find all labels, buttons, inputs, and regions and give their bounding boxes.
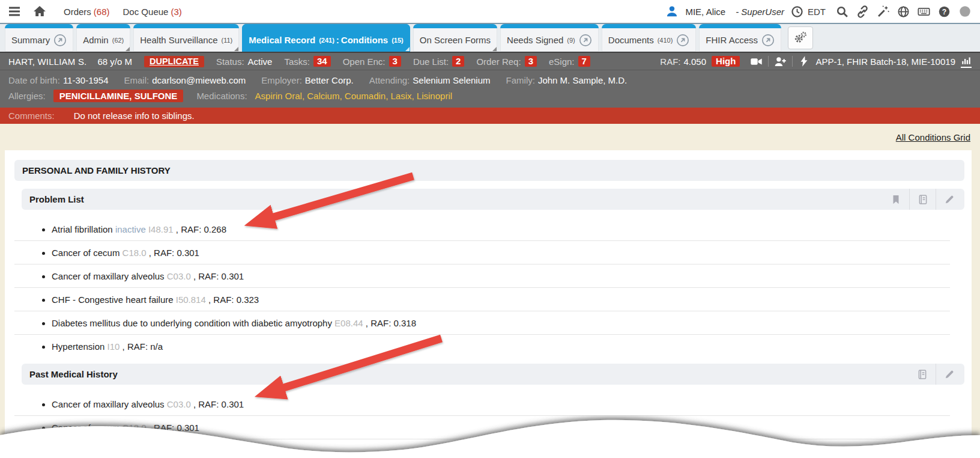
external-link-icon[interactable]: [53, 34, 67, 47]
condition-item[interactable]: Cancer of maxillary alveolus C03.0 , RAF…: [14, 392, 950, 416]
condition-raf: , RAF: n/a: [119, 341, 163, 352]
tab-needs-signed[interactable]: Needs Signed(9): [500, 24, 599, 52]
condition-name[interactable]: Diabetes mellitus due to underlying cond…: [52, 318, 334, 328]
comments-label: Comments:: [8, 111, 55, 121]
pencil-icon[interactable]: [936, 364, 962, 385]
help-icon[interactable]: ?: [938, 5, 951, 18]
demo-value: Better Corp.: [305, 75, 354, 85]
tab-settings-button[interactable]: [788, 26, 813, 49]
user-role: - SuperUser: [736, 7, 784, 17]
condition-item[interactable]: Cancer of cecum C18.0 , RAF: 0.301: [14, 241, 950, 264]
wand-icon[interactable]: [877, 5, 889, 18]
condition-raf: , RAF: 0.268: [174, 224, 226, 234]
condition-item[interactable]: CHF - Congestive heart failure I50.814 ,…: [14, 288, 950, 311]
stat-count-badge[interactable]: 3: [389, 56, 401, 67]
user-icon: [665, 5, 679, 18]
divider: [768, 56, 769, 67]
all-conditions-grid-link[interactable]: All Conditions Grid: [896, 132, 970, 142]
demo-field-attending: Attending:Selenium Selenium: [369, 75, 491, 85]
external-link-icon[interactable]: [676, 34, 689, 47]
patient-stat-due-list: Due List:2: [413, 56, 465, 67]
tab-stripe: [242, 24, 410, 28]
condition-item[interactable]: Cancer of maxillary alveolus C03.0 , RAF…: [14, 264, 950, 288]
condition-item[interactable]: Diabetes mellitus due to underlying cond…: [14, 311, 950, 335]
tab-fhir-access[interactable]: FHIR Access: [699, 24, 781, 52]
tab-bar: SummaryAdmin(62)Health Surveillance(11)M…: [0, 24, 980, 52]
duplicate-flag[interactable]: DUPLICATE: [144, 56, 204, 67]
tab-on-screen-forms[interactable]: On Screen Forms: [413, 24, 497, 52]
condition-name[interactable]: Cancer of maxillary alveolus: [52, 399, 167, 409]
subsections-container: Problem ListAtrial fibrillation inactive…: [14, 189, 964, 458]
patient-stat-esign: eSign:7: [549, 56, 590, 67]
condition-name[interactable]: Cancer of cecum: [52, 248, 122, 258]
topbar-icons: ?: [836, 5, 972, 18]
clock-icon[interactable]: [791, 5, 803, 18]
tab-body: On Screen Forms: [413, 28, 497, 52]
tab-stripe: [5, 24, 73, 28]
external-link-icon[interactable]: [761, 34, 775, 47]
stat-count-badge[interactable]: 3: [525, 56, 537, 67]
condition-name[interactable]: Atrial fibrillation: [52, 224, 115, 234]
demo-label: Family:: [506, 75, 535, 85]
corner-fold-icon: [126, 47, 130, 51]
user-name[interactable]: MIE, Alice: [685, 7, 725, 17]
lightning-bolt-icon[interactable]: [798, 55, 810, 67]
condition-name[interactable]: Cancer of maxillary alveolus: [52, 271, 167, 281]
presence-circle-icon: [958, 5, 972, 18]
book-icon[interactable]: [909, 189, 936, 210]
tab-label-2: Conditions: [341, 35, 388, 45]
stat-count-badge[interactable]: 7: [578, 56, 590, 67]
video-camera-icon[interactable]: [750, 55, 763, 68]
condition-item[interactable]: Cancer of cecum C18.0 , RAF: 0.301: [14, 416, 950, 439]
timezone-label: EDT: [808, 7, 826, 17]
tab-admin[interactable]: Admin(62): [76, 24, 130, 52]
bar-chart-icon[interactable]: [961, 55, 972, 68]
tab-documents[interactable]: Documents(410): [602, 24, 697, 52]
allergy-badge[interactable]: PENICILLAMINE, SULFONE: [53, 90, 184, 102]
globe-icon[interactable]: [897, 5, 910, 18]
condition-code: I50.814: [176, 295, 206, 305]
search-icon[interactable]: [836, 5, 848, 18]
condition-code: I10: [107, 341, 120, 352]
stat-count-badge[interactable]: 34: [313, 56, 331, 67]
tab-separator: :: [336, 35, 339, 45]
nav-count: (68): [94, 7, 110, 17]
book-icon[interactable]: [909, 364, 936, 385]
pencil-icon: [944, 369, 955, 380]
demo-field-employer: Employer:Better Corp.: [261, 75, 353, 85]
condition-name[interactable]: CHF - Congestive heart failure: [52, 295, 176, 305]
condition-raf: , RAF: 0.323: [206, 295, 259, 305]
pencil-icon[interactable]: [936, 189, 962, 210]
tab-health-surveillance[interactable]: Health Surveillance(11): [133, 24, 239, 52]
tab-summary[interactable]: Summary: [5, 24, 73, 52]
topbar-link-orders[interactable]: Orders(68): [64, 7, 110, 17]
tab-body: Health Surveillance(11): [133, 28, 239, 52]
keyboard-icon[interactable]: [918, 5, 930, 18]
topbar-right: MIE, Alice - SuperUser EDT ?: [665, 5, 972, 18]
tab-label: Admin: [83, 35, 109, 45]
add-person-icon[interactable]: [774, 55, 787, 68]
section-title: PERSONAL AND FAMILY HISTORY: [22, 165, 171, 176]
condition-name[interactable]: Hypertension: [52, 341, 107, 352]
demographics-row-1: Date of birth:11-30-1954Email:dcarlson@m…: [8, 72, 972, 88]
condition-item[interactable]: Atrial fibrillation inactive I48.91 , RA…: [14, 218, 950, 241]
patient-name[interactable]: HART, WILLIAM S.: [8, 56, 86, 67]
stat-label: eSign:: [549, 56, 575, 67]
menu-icon[interactable]: [7, 4, 22, 19]
raf-level-badge[interactable]: High: [712, 56, 740, 67]
demographics-row-2: Allergies: PENICILLAMINE, SULFONE Medica…: [8, 88, 972, 103]
tab-medical-record[interactable]: Medical Record(241):Conditions(15): [242, 24, 410, 52]
home-icon[interactable]: [32, 4, 47, 19]
topbar-link-doc-queue[interactable]: Doc Queue(3): [123, 7, 182, 17]
topbar: Orders(68)Doc Queue(3) MIE, Alice - Supe…: [0, 0, 980, 24]
medications-list[interactable]: Aspirin Oral, Calcium, Coumadin, Lasix, …: [255, 91, 452, 101]
condition-item[interactable]: I25.2 , RAF: 0.221: [14, 439, 950, 458]
stat-count-badge[interactable]: 2: [452, 56, 464, 67]
bookmark-icon[interactable]: [883, 189, 909, 210]
external-link-icon[interactable]: [579, 34, 592, 47]
allergies-label: Allergies:: [8, 91, 46, 101]
link-icon[interactable]: [856, 5, 869, 18]
tab-body: FHIR Access: [699, 28, 781, 52]
condition-name[interactable]: Cancer of cecum: [52, 423, 122, 433]
condition-item[interactable]: Hypertension I10 , RAF: n/a: [14, 335, 950, 358]
